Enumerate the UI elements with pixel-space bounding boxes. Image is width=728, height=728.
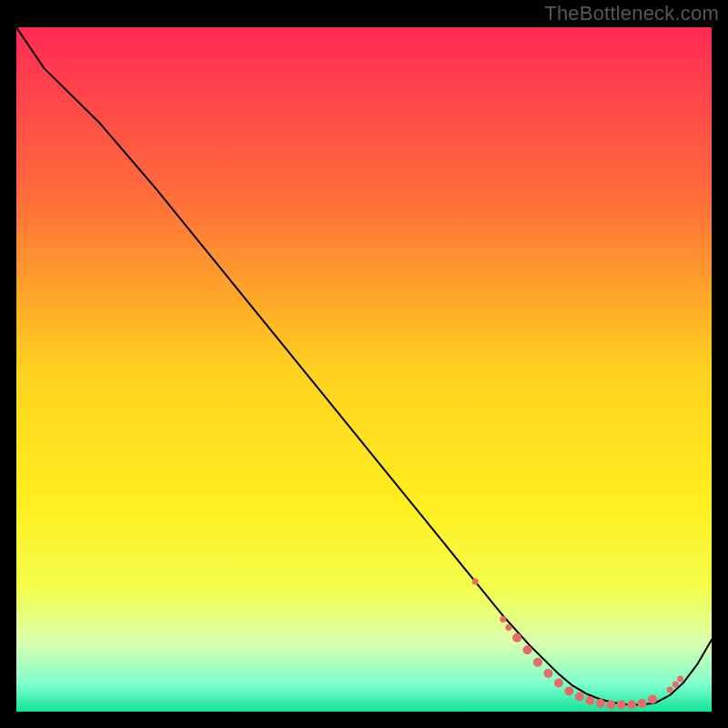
- marker-dot: [585, 696, 594, 705]
- marker-dot: [472, 579, 479, 585]
- marker-dot: [672, 681, 679, 687]
- marker-dot: [677, 675, 683, 682]
- plot-area: [16, 27, 712, 712]
- marker-dot: [617, 700, 626, 709]
- marker-dot: [554, 678, 563, 687]
- marker-dot: [543, 669, 552, 678]
- attribution-text: TheBottleneck.com: [544, 2, 719, 25]
- marker-dot: [638, 699, 647, 708]
- marker-dot: [512, 633, 521, 642]
- marker-dot: [500, 616, 506, 622]
- marker-dot: [564, 686, 573, 695]
- marker-dot: [505, 624, 511, 631]
- marker-dot: [606, 700, 615, 709]
- marker-dot: [596, 699, 605, 708]
- marker-dot: [523, 645, 532, 654]
- marker-dot: [667, 686, 673, 693]
- svg-rect-0: [16, 27, 712, 712]
- marker-dot: [627, 700, 636, 709]
- bottleneck-chart: [16, 27, 712, 712]
- marker-dot: [648, 694, 657, 703]
- marker-dot: [575, 692, 584, 701]
- chart-container: TheBottleneck.com: [0, 0, 728, 728]
- marker-dot: [533, 658, 542, 667]
